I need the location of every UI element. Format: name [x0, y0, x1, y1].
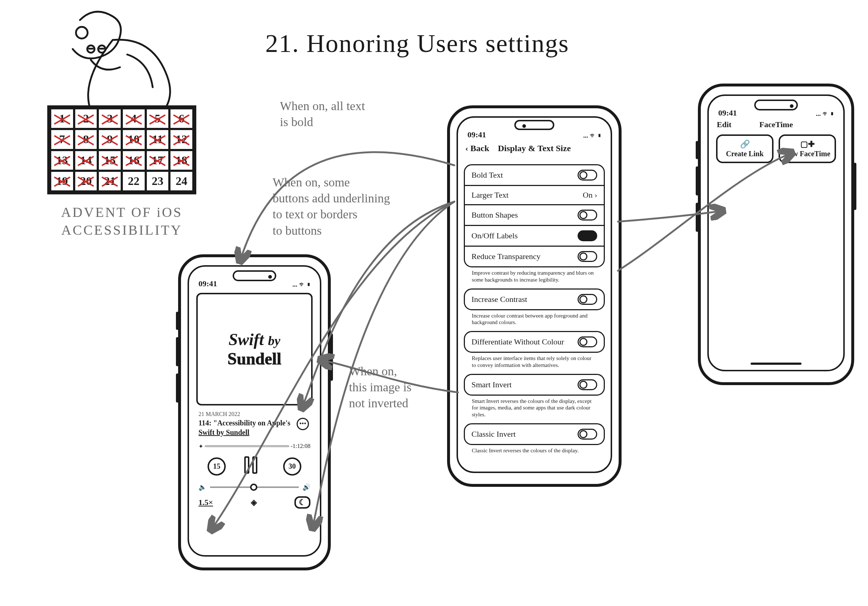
calendar-day-2: 2: [74, 108, 98, 129]
more-button[interactable]: •••: [297, 418, 309, 430]
calendar-day-22: 22: [122, 171, 146, 192]
calendar-day-1: 1: [50, 108, 74, 129]
calendar-day-9: 9: [98, 129, 122, 150]
toggle-onoff[interactable]: [578, 230, 597, 241]
volume-high-icon: 🔊: [302, 483, 310, 491]
phone-settings: 09:41 ... ᯤ ▮ ‹ Back Display & Text Size…: [447, 105, 622, 487]
screen-title: FaceTime: [731, 120, 821, 129]
calendar-day-20: 20: [74, 171, 98, 192]
footer-classic: Classic Invert reverses the colours of t…: [464, 445, 605, 454]
playback-speed-button[interactable]: 1.5×: [198, 498, 213, 507]
calendar-day-15: 15: [98, 150, 122, 171]
status-indicators: ... ᯤ ▮: [293, 281, 311, 289]
scrubber[interactable]: ✦ -1:12:08: [198, 443, 310, 450]
sleep-timer-button[interactable]: ☾: [294, 496, 310, 509]
video-icon: ▢✚: [782, 139, 832, 149]
annotation-invert: When on,this image isnot inverted: [349, 363, 458, 412]
skip-forward-button[interactable]: 30: [283, 458, 301, 476]
airplay-icon[interactable]: ◈: [251, 498, 257, 507]
calendar-day-7: 7: [50, 129, 74, 150]
show-link[interactable]: Swift by Sundell: [198, 428, 310, 437]
toggle-contrast[interactable]: [578, 294, 597, 305]
create-link-button[interactable]: 🔗Create Link: [716, 134, 773, 163]
phone-podcast: 09:41 ... ᯤ ▮ Swift by Sundell 21 MARCH …: [178, 254, 331, 570]
svg-point-0: [76, 27, 88, 39]
row-increase-contrast[interactable]: Increase Contrast: [465, 289, 604, 309]
row-bold-text[interactable]: Bold Text: [465, 165, 604, 185]
calendar-day-12: 12: [169, 129, 194, 150]
dynamic-island: [754, 99, 798, 110]
star-icon: ✦: [198, 443, 203, 450]
row-classic-invert[interactable]: Classic Invert: [465, 424, 604, 444]
row-diff-colour[interactable]: Differentiate Without Colour: [465, 332, 604, 352]
toggle-shapes[interactable]: [578, 210, 597, 221]
toggle-classic[interactable]: [578, 429, 597, 440]
calendar-day-5: 5: [146, 108, 170, 129]
row-onoff-labels[interactable]: On/Off Labels: [465, 225, 604, 246]
link-icon: 🔗: [720, 139, 770, 149]
annotation-bold: When on, all textis bold: [280, 98, 418, 130]
skip-back-button[interactable]: 15: [208, 458, 226, 476]
episode-date: 21 MARCH 2022: [198, 411, 310, 418]
calendar-day-18: 18: [169, 150, 194, 171]
calendar-day-10: 10: [122, 129, 146, 150]
calendar-day-19: 19: [50, 171, 74, 192]
footer-contrast: Increase colour contrast between app for…: [464, 310, 605, 326]
phone-facetime: 09:41... ᯤ ▮ Edit FaceTime 🔗Create Link …: [698, 83, 854, 385]
time-remaining: -1:12:08: [291, 443, 310, 450]
row-button-shapes[interactable]: Button Shapes: [465, 204, 604, 225]
annotation-shapes: When on, somebuttons add underliningto t…: [273, 175, 436, 239]
calendar-day-3: 3: [98, 108, 122, 129]
calendar-day-24: 24: [169, 171, 194, 192]
calendar-day-14: 14: [74, 150, 98, 171]
calendar-day-16: 16: [122, 150, 146, 171]
calendar-day-21: 21: [98, 171, 122, 192]
pause-button[interactable]: [244, 456, 265, 477]
status-time: 09:41: [198, 279, 217, 289]
row-smart-invert[interactable]: Smart Invert: [465, 375, 604, 394]
footer-smart: Smart Invert reverses the colours of the…: [464, 396, 605, 418]
toggle-bold[interactable]: [578, 170, 597, 181]
nav-bar: ‹ Back Display & Text Size: [458, 140, 611, 156]
row-larger-text[interactable]: Larger TextOn ›: [465, 185, 604, 204]
notch: [514, 120, 554, 130]
calendar-day-11: 11: [146, 129, 170, 150]
advent-label: ADVENT OF iOSACCESSIBILITY: [47, 204, 196, 240]
episode-title: 114: "Accessibility on Apple's: [198, 418, 310, 428]
calendar-day-17: 17: [146, 150, 170, 171]
toggle-transparency[interactable]: [578, 251, 597, 262]
home-indicator: [750, 363, 801, 365]
row-reduce-transparency[interactable]: Reduce Transparency: [465, 246, 604, 266]
toggle-smart[interactable]: [578, 379, 597, 390]
volume-low-icon: 🔈: [198, 483, 206, 491]
advent-calendar: 123456789101112131415161718192021222324: [47, 105, 196, 194]
page-title: 21. Honoring Users settings: [265, 29, 569, 58]
dynamic-island: [232, 270, 276, 281]
calendar-day-13: 13: [50, 150, 74, 171]
podcast-artwork: Swift by Sundell: [196, 293, 313, 405]
volume-slider[interactable]: 🔈 🔊: [198, 483, 310, 491]
new-facetime-button[interactable]: ▢✚New FaceTime: [778, 134, 836, 163]
back-button[interactable]: ‹ Back: [465, 144, 489, 153]
calendar-day-23: 23: [146, 171, 170, 192]
edit-button[interactable]: Edit: [717, 120, 731, 129]
screen-title: Display & Text Size: [498, 144, 571, 153]
calendar-day-8: 8: [74, 129, 98, 150]
toggle-diff[interactable]: [578, 336, 597, 347]
footer-transparency: Improve contrast by reducing transparenc…: [464, 267, 605, 283]
footer-diff: Replaces user interface items that rely …: [464, 353, 605, 369]
calendar-day-4: 4: [122, 108, 146, 129]
calendar-day-6: 6: [169, 108, 194, 129]
